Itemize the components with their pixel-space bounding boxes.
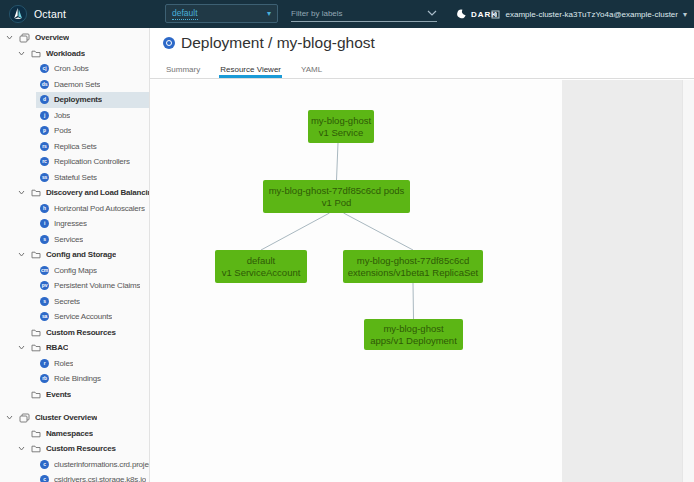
namespace-select[interactable]: default ▾	[165, 4, 278, 23]
replication-controllers-icon: rc	[40, 157, 49, 166]
sidebar-item-horizontal-pod-autoscalers[interactable]: hHorizontal Pod Autoscalers	[0, 201, 149, 217]
sidebar-item-services[interactable]: sServices	[0, 232, 149, 248]
sidebar-item-label: Jobs	[54, 111, 70, 120]
graph-node-label-line: my-blog-ghost	[308, 115, 374, 127]
graph-node-service[interactable]: my-blog-ghostv1 Service	[308, 110, 374, 143]
folder-icon	[31, 444, 41, 453]
folder-icon	[31, 343, 41, 352]
graph-node-label-line: apps/v1 Deployment	[364, 335, 463, 347]
sidebar-item-daemon-sets[interactable]: dsDaemon Sets	[0, 77, 149, 93]
sidebar-item-custom-resources[interactable]: Custom Resources	[0, 441, 149, 457]
sidebar-item-label: Service Accounts	[54, 312, 112, 321]
graph-node-pod[interactable]: my-blog-ghost-77df85c6cd podsv1 Pod	[263, 180, 410, 213]
overview-icon	[19, 413, 30, 423]
chevron-down-icon	[6, 414, 13, 421]
sidebar-item-label: Namespaces	[46, 429, 93, 438]
cluster-icon	[491, 10, 500, 19]
chevron-down-icon	[18, 445, 25, 452]
sidebar-item-jobs[interactable]: jJobs	[0, 108, 149, 124]
graph-node-deployment[interactable]: my-blog-ghostapps/v1 Deployment	[364, 319, 463, 350]
sidebar-item-cluster-overview[interactable]: Cluster Overview	[0, 410, 149, 426]
sidebar-item-label: Daemon Sets	[54, 80, 100, 89]
role-bindings-icon: rb	[40, 374, 49, 383]
custom-resource-icon: c	[40, 460, 49, 469]
deployment-icon	[163, 37, 175, 49]
graph-node-label-line: v1 Pod	[263, 197, 410, 209]
sidebar-item-role-bindings[interactable]: rbRole Bindings	[0, 371, 149, 387]
graph-node-label-line: v1 Service	[308, 127, 374, 139]
octant-app: Octant default ▾ Filter by labels DARK e…	[0, 0, 694, 482]
sidebar-item-csidrivers-csi-storage-k8s-io[interactable]: ccsidrivers.csi.storage.k8s.io	[0, 472, 149, 482]
tab-summary[interactable]: Summary	[165, 65, 201, 78]
main-content: Deployment / my-blog-ghost SummaryResour…	[150, 28, 694, 482]
sidebar-item-label: Cluster Overview	[35, 413, 97, 422]
chevron-down-icon	[427, 10, 437, 16]
sidebar-item-label: Pods	[54, 126, 71, 135]
overview-icon	[19, 33, 30, 43]
sidebar-item-replication-controllers[interactable]: rcReplication Controllers	[0, 154, 149, 170]
sidebar-item-deployments[interactable]: dDeployments	[0, 92, 149, 108]
sidebar-item-label: Replication Controllers	[54, 157, 130, 166]
sidebar-item-events[interactable]: Events	[0, 387, 149, 403]
tab-bar: SummaryResource ViewerYAML	[150, 61, 694, 79]
sidebar-item-label: Services	[54, 235, 83, 244]
graph-node-serviceaccount[interactable]: defaultv1 ServiceAccount	[215, 250, 307, 283]
chevron-down-icon: ▾	[683, 10, 687, 19]
folder-icon	[31, 250, 41, 259]
sidebar-item-label: Secrets	[54, 297, 80, 306]
sidebar-item-label: Events	[46, 390, 71, 399]
sidebar-item-service-accounts[interactable]: saService Accounts	[0, 309, 149, 325]
sidebar-section-gap	[0, 402, 149, 410]
sidebar-item-label: Workloads	[46, 49, 85, 58]
folder-icon	[31, 49, 41, 58]
ingresses-icon: i	[40, 219, 49, 228]
sidebar-item-pods[interactable]: pPods	[0, 123, 149, 139]
graph-node-label-line: my-blog-ghost	[364, 323, 463, 335]
graph-node-replicaset[interactable]: my-blog-ghost-77df85c6cdextensions/v1bet…	[343, 250, 483, 283]
sidebar-item-roles[interactable]: rRoles	[0, 356, 149, 372]
tab-resource-viewer[interactable]: Resource Viewer	[219, 65, 282, 78]
sidebar-item-clusterinformations-crd-projec[interactable]: cclusterinformations.crd.projec	[0, 457, 149, 473]
sidebar-item-label: Discovery and Load Balancing	[46, 188, 149, 197]
graph-node-label-line: my-blog-ghost-77df85c6cd pods	[263, 185, 410, 197]
scrollbar-track[interactable]	[682, 80, 694, 482]
folder-icon	[31, 49, 41, 58]
services-icon: s	[40, 235, 49, 244]
sidebar-item-rbac[interactable]: RBAC	[0, 340, 149, 356]
label-filter-input[interactable]: Filter by labels	[291, 5, 437, 22]
context-selector[interactable]: example-cluster-ka3TuTzYo4a@example-clus…	[491, 0, 687, 28]
folder-icon	[31, 390, 41, 399]
folder-icon	[31, 328, 41, 337]
stateful-sets-icon: ss	[40, 173, 49, 182]
label-filter-placeholder: Filter by labels	[291, 9, 343, 18]
sidebar-item-secrets[interactable]: sSecrets	[0, 294, 149, 310]
jobs-icon: j	[40, 111, 49, 120]
daemon-sets-icon: ds	[40, 80, 49, 89]
sidebar-item-custom-resources[interactable]: Custom Resources	[0, 325, 149, 341]
graph-node-label-line: v1 ServiceAccount	[215, 267, 307, 279]
tab-yaml[interactable]: YAML	[300, 65, 323, 78]
pods-icon: p	[40, 126, 49, 135]
graph-node-label-line: extensions/v1beta1 ReplicaSet	[343, 267, 483, 279]
chevron-down-icon	[18, 251, 25, 258]
sidebar-item-cron-jobs[interactable]: cjCron Jobs	[0, 61, 149, 77]
sidebar-item-label: Custom Resources	[46, 444, 116, 453]
right-panel	[562, 80, 682, 482]
roles-icon: r	[40, 359, 49, 368]
app-header: Octant default ▾ Filter by labels DARK e…	[0, 0, 694, 28]
sidebar-item-namespaces[interactable]: Namespaces	[0, 426, 149, 442]
sidebar-item-workloads[interactable]: Workloads	[0, 46, 149, 62]
sidebar-item-discovery-and-load-balancing[interactable]: Discovery and Load Balancing	[0, 185, 149, 201]
graph-edge-service-pod	[337, 143, 339, 180]
sidebar-item-overview[interactable]: Overview	[0, 30, 149, 46]
sidebar-item-ingresses[interactable]: iIngresses	[0, 216, 149, 232]
sidebar-item-label: Overview	[35, 33, 69, 42]
sidebar-item-stateful-sets[interactable]: ssStateful Sets	[0, 170, 149, 186]
graph-edge-pod-serviceaccount	[261, 213, 330, 250]
overview-icon	[19, 33, 30, 43]
sidebar-item-config-maps[interactable]: cmConfig Maps	[0, 263, 149, 279]
horizontal-pod-autoscalers-icon: h	[40, 204, 49, 213]
sidebar-item-replica-sets[interactable]: rsReplica Sets	[0, 139, 149, 155]
sidebar-item-config-and-storage[interactable]: Config and Storage	[0, 247, 149, 263]
sidebar-item-persistent-volume-claims[interactable]: pvPersistent Volume Claims	[0, 278, 149, 294]
